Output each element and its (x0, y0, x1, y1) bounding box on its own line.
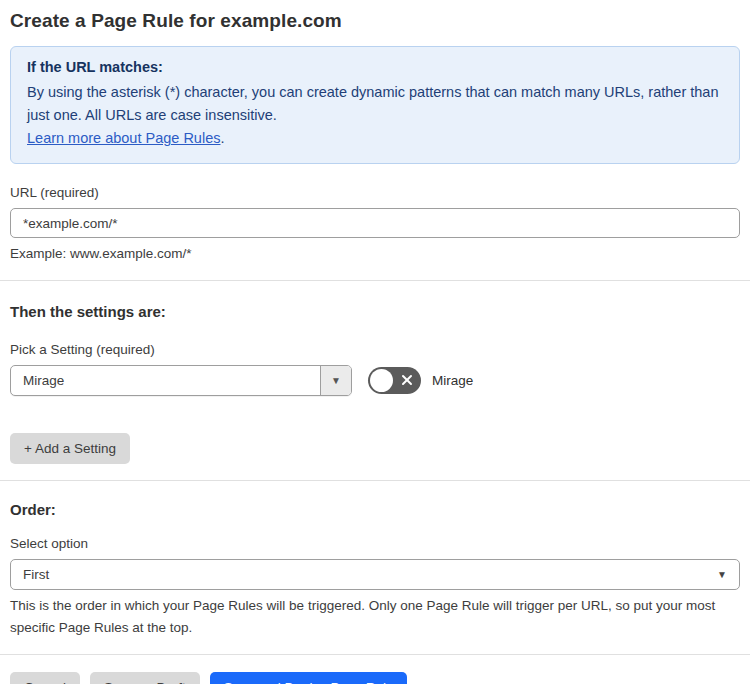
footer-actions: Cancel Save as Draft Save and Deploy Pag… (10, 672, 740, 684)
setting-select-value: Mirage (11, 366, 320, 395)
url-field-helper: Example: www.example.com/* (10, 244, 740, 264)
info-box-link-line: Learn more about Page Rules. (27, 127, 723, 150)
setting-select-arrow-button[interactable]: ▼ (320, 366, 351, 395)
order-select[interactable]: First ▼ (10, 559, 740, 590)
save-as-draft-button[interactable]: Save as Draft (90, 672, 200, 684)
order-select-value: First (23, 567, 49, 582)
select-option-label: Select option (10, 536, 740, 551)
add-setting-button[interactable]: + Add a Setting (10, 433, 130, 464)
setting-row: Mirage ▼ Mirage (10, 365, 740, 396)
page-title: Create a Page Rule for example.com (10, 10, 740, 32)
url-matches-info-box: If the URL matches: By using the asteris… (10, 46, 740, 164)
toggle-off-x-icon (400, 373, 414, 387)
info-box-heading: If the URL matches: (27, 59, 723, 75)
toggle-knob (370, 369, 393, 392)
cancel-button[interactable]: Cancel (10, 672, 80, 684)
footer-divider (0, 654, 750, 655)
order-section-heading: Order: (10, 501, 740, 518)
section-divider (0, 280, 750, 281)
order-helper-text: This is the order in which your Page Rul… (10, 595, 730, 639)
setting-select[interactable]: Mirage ▼ (10, 365, 352, 396)
mirage-toggle[interactable] (368, 367, 421, 394)
save-and-deploy-button[interactable]: Save and Deploy Page Rule (210, 672, 408, 684)
url-field-label: URL (required) (10, 185, 740, 200)
learn-more-link[interactable]: Learn more about Page Rules (27, 130, 220, 146)
toggle-label: Mirage (432, 373, 473, 388)
section-divider (0, 480, 750, 481)
pick-setting-label: Pick a Setting (required) (10, 342, 740, 357)
link-suffix: . (220, 130, 224, 146)
chevron-down-icon: ▼ (331, 375, 341, 386)
create-page-rule-panel: Create a Page Rule for example.com If th… (0, 0, 750, 684)
settings-section-heading: Then the settings are: (10, 303, 740, 320)
chevron-down-icon: ▼ (717, 569, 727, 580)
info-box-body: By using the asterisk (*) character, you… (27, 81, 723, 127)
url-input[interactable] (10, 208, 740, 238)
